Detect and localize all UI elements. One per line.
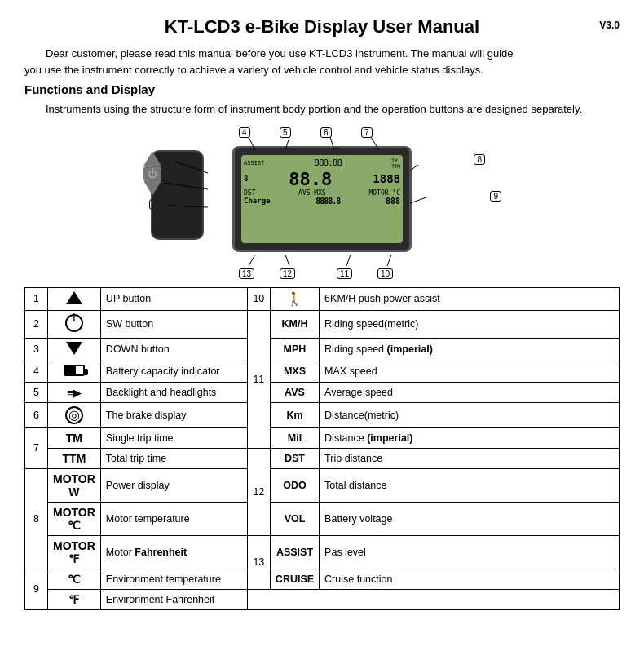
row-num: 6 (25, 402, 48, 427)
key-kmh: KM/H (270, 310, 319, 338)
row-num-11: 11 (247, 310, 270, 448)
table-row: MOTOR ℉ Motor Fahrenheit 13 ASSIST Pas l… (25, 535, 620, 569)
desc-5: Backlight and headlights (100, 382, 247, 402)
table-row: 7 TM Single trip time Mil Distance (impe… (25, 427, 620, 448)
lcd-screen: ASSIST 888:88 TMTTM 8 88.8 1888 DST AVS … (241, 155, 403, 243)
row-num-13: 13 (247, 535, 270, 589)
icon-cell-8a: MOTOR W (48, 468, 101, 502)
desc-vol: Battery voltage (320, 502, 620, 535)
table-row: 5 ≡▶ Backlight and headlights AVS Averag… (25, 382, 620, 402)
row-num: 5 (25, 382, 48, 402)
desc-7a: Single trip time (100, 427, 247, 448)
table-row: TTM Total trip time 12 DST Trip distance (25, 448, 620, 468)
table-row: 4 Battery capacity indicator MXS MAX spe… (25, 361, 620, 382)
row-num-7: 7 (25, 427, 48, 468)
desc-mph: Riding speed (imperial) (320, 338, 620, 361)
intro-paragraph: Dear customer, please read this manual b… (24, 46, 620, 78)
icon-cell-5: ≡▶ (48, 382, 101, 402)
desc-assist: Pas level (320, 535, 620, 569)
icon-cell-7a: TM (48, 427, 101, 448)
header: KT-LCD3 e-Bike Display User Manual V3.0 (24, 16, 620, 38)
desc-7b: Total trip time (100, 448, 247, 468)
label-5: 5 (280, 127, 291, 138)
up-arrow-icon (66, 291, 82, 304)
table-row: 9 ℃ Environment temperature CRUISE Cruis… (25, 569, 620, 589)
desc-9b: Environment Fahrenheit (100, 589, 247, 609)
key-vol: VOL (270, 502, 319, 535)
remote-down-btn (143, 181, 161, 196)
row-num: 2 (25, 310, 48, 338)
label-6: 6 (320, 127, 332, 138)
row-num: 4 (25, 361, 48, 382)
section-body: Instruments using the structure form of … (24, 101, 620, 117)
remote-power-btn: ⏻ (143, 166, 161, 181)
table-row: 2 SW button 11 KM/H Riding speed(metric) (25, 310, 620, 338)
icon-cell-7b: TTM (48, 448, 101, 468)
svg-line-6 (346, 255, 351, 266)
icon-cell-9a: ℃ (48, 569, 101, 589)
row-num-8: 8 (25, 468, 48, 569)
key-assist: ASSIST (270, 535, 319, 569)
icon-cell-3 (48, 338, 101, 361)
icon-cell-10: 🚶 (270, 287, 319, 310)
label-13: 13 (239, 268, 254, 279)
svg-line-9 (410, 197, 426, 203)
svg-line-5 (285, 255, 289, 266)
svg-line-7 (387, 255, 391, 266)
desc-kmh: Riding speed(metric) (320, 310, 620, 338)
label-12: 12 (280, 268, 295, 279)
desc-km: Distance(metric) (320, 402, 620, 427)
icon-cell-6: ◎ (48, 402, 101, 427)
table-row: 3 DOWN button MPH Riding speed (imperial… (25, 338, 620, 361)
section-title: Functions and Display (24, 82, 620, 96)
main-table: 1 UP button 10 🚶 6KM/H push power assist… (24, 287, 620, 610)
key-km: Km (270, 402, 319, 427)
brake-icon: ◎ (65, 406, 83, 424)
icon-cell-8b: MOTOR ℃ (48, 502, 101, 535)
desc-dst: Trip distance (320, 448, 620, 468)
row-num-12: 12 (247, 448, 270, 535)
label-4: 4 (239, 127, 250, 138)
desc-cruise: Cruise function (320, 569, 620, 589)
label-8: 8 (474, 154, 485, 165)
power-icon (65, 314, 83, 332)
lcd-row-1: ASSIST 888:88 TMTTM (244, 157, 400, 169)
key-cruise: CRUISE (270, 569, 319, 589)
icon-cell-2 (48, 310, 101, 338)
table-row: 1 UP button 10 🚶 6KM/H push power assist (25, 287, 620, 310)
table-row: 6 ◎ The brake display Km Distance(metric… (25, 402, 620, 427)
label-10: 10 (377, 268, 393, 279)
desc-mxs: MAX speed (320, 361, 620, 382)
lcd-display: ASSIST 888:88 TMTTM 8 88.8 1888 DST AVS … (232, 146, 412, 252)
desc-2: SW button (100, 310, 247, 338)
desc-8b: Motor temperature (100, 502, 247, 535)
icon-cell-4 (48, 361, 101, 382)
row-num: 3 (25, 338, 48, 361)
row-num-9: 9 (25, 569, 48, 609)
remote-control: ⏻ (151, 150, 204, 240)
label-11: 11 (337, 268, 352, 279)
down-arrow-icon (66, 342, 82, 355)
lcd-row-3: DST AVS MXS MOTOR °C (244, 189, 400, 197)
key-mph: MPH (270, 338, 319, 361)
desc-4: Battery capacity indicator (100, 361, 247, 382)
key-dst: DST (270, 448, 319, 468)
icon-cell-8c: MOTOR ℉ (48, 535, 101, 569)
version-label: V3.0 (599, 20, 620, 31)
icon-cell-1 (48, 287, 101, 310)
key-mil: Mil (270, 427, 319, 448)
battery-icon (64, 365, 85, 376)
desc-odo: Total distance (320, 468, 620, 502)
diagram-section: 4 5 6 7 8 9 1 2 3 13 12 11 10 ⏻ (24, 126, 620, 281)
headlight-icon: ≡▶ (67, 387, 82, 399)
row-num-10: 10 (247, 287, 270, 310)
key-mxs: MXS (270, 361, 319, 382)
diagram: 4 5 6 7 8 9 1 2 3 13 12 11 10 ⏻ (135, 126, 509, 281)
table-row: 8 MOTOR W Power display ODO Total distan… (25, 468, 620, 502)
desc-10: 6KM/H push power assist (320, 287, 620, 310)
table-row: ℉ Environment Fahrenheit (25, 589, 620, 609)
key-avs: AVS (270, 382, 319, 402)
desc-1: UP button (100, 287, 247, 310)
label-7: 7 (361, 127, 373, 138)
walk-icon: 🚶 (286, 292, 302, 306)
